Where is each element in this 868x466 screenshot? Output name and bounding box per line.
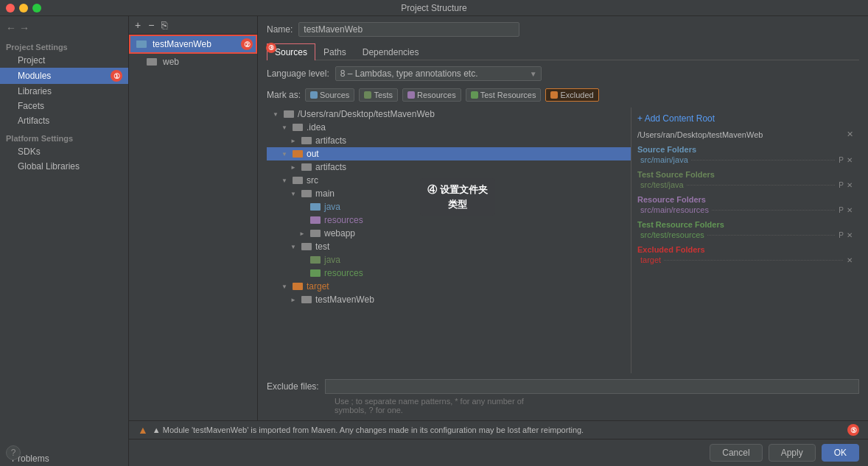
tree-node-webapp[interactable]: ► webapp bbox=[267, 227, 631, 240]
tab-paths[interactable]: Paths bbox=[315, 43, 354, 60]
tab-dependencies[interactable]: Dependencies bbox=[354, 43, 427, 60]
tree-node-resources[interactable]: resources bbox=[267, 213, 631, 227]
right-info-panel: + Add Content Root /Users/ran/Desktop/te… bbox=[631, 107, 859, 373]
maximize-button[interactable] bbox=[32, 4, 41, 13]
tree-toggle-idea[interactable]: ▼ bbox=[280, 124, 289, 131]
tree-node-out[interactable]: ▼ out bbox=[267, 147, 631, 160]
module-folder-icon bbox=[136, 40, 147, 48]
tree-node-root[interactable]: ▼ /Users/ran/Desktop/testMavenWeb bbox=[267, 107, 631, 121]
copy-module-button[interactable]: ⎘ bbox=[160, 19, 169, 31]
tree-toggle-target-testmavenweb[interactable]: ► bbox=[289, 297, 298, 303]
tree-toggle-target[interactable]: ▼ bbox=[280, 283, 289, 290]
warning-bar: ▲ ▲ Module 'testMavenWeb' is imported fr… bbox=[129, 420, 868, 439]
source-folder-remove-button[interactable]: ✕ bbox=[846, 156, 853, 164]
tree-folder-root-icon bbox=[284, 110, 294, 118]
apply-button[interactable]: Apply bbox=[769, 444, 816, 462]
tree-node-out-artifacts[interactable]: ► artifacts bbox=[267, 160, 631, 174]
mark-excluded-button[interactable]: Excluded bbox=[545, 88, 598, 102]
sidebar-item-sdks[interactable]: SDKs bbox=[0, 144, 128, 159]
tree-toggle-out-artifacts[interactable]: ► bbox=[289, 164, 298, 171]
test-resource-folder-remove-button[interactable]: ✕ bbox=[846, 231, 853, 239]
tree-toggle-test[interactable]: ▼ bbox=[289, 244, 298, 250]
tree-node-artifacts[interactable]: ► artifacts bbox=[267, 134, 631, 147]
test-resource-folder-actions: P ✕ bbox=[838, 231, 853, 239]
exclude-files-row: Exclude files: bbox=[267, 379, 859, 394]
name-input[interactable] bbox=[298, 22, 519, 37]
add-content-root-button[interactable]: + Add Content Root bbox=[637, 113, 853, 124]
tree-folder-test-icon bbox=[301, 243, 312, 250]
sidebar-item-global-libraries[interactable]: Global Libraries bbox=[0, 159, 128, 174]
sidebar-item-project[interactable]: Project bbox=[0, 53, 128, 68]
tree-node-target[interactable]: ▼ target bbox=[267, 280, 631, 293]
test-resource-folders-section: Test Resource Folders src/test/resources… bbox=[637, 220, 853, 239]
mark-test-resources-button[interactable]: Test Resources bbox=[466, 88, 542, 102]
test-source-folder-edit-button[interactable]: P bbox=[838, 181, 844, 189]
remove-module-button[interactable]: − bbox=[147, 19, 155, 31]
excluded-dot-icon bbox=[550, 91, 558, 99]
source-folders-section: Source Folders src/main/java P ✕ bbox=[637, 145, 853, 164]
source-folder-edit-button[interactable]: P bbox=[838, 156, 844, 164]
tests-dot-icon bbox=[364, 91, 371, 99]
resource-folder-edit-button[interactable]: P bbox=[838, 206, 844, 214]
tree-toggle-artifacts[interactable]: ► bbox=[289, 138, 298, 144]
project-settings-label: Project Settings bbox=[0, 37, 128, 53]
tabs-row: Sources ③ Paths Dependencies bbox=[267, 43, 859, 60]
name-label: Name: bbox=[267, 24, 293, 35]
sidebar-item-artifacts[interactable]: Artifacts bbox=[0, 113, 128, 128]
mark-tests-button[interactable]: Tests bbox=[359, 88, 398, 102]
back-button[interactable]: ← bbox=[6, 22, 16, 34]
tree-folder-main-icon bbox=[301, 190, 312, 197]
tree-node-main[interactable]: ▼ main bbox=[267, 187, 631, 200]
test-resources-dot-icon bbox=[471, 91, 478, 99]
forward-button[interactable]: → bbox=[19, 22, 29, 34]
tree-folder-target-testmavenweb-icon bbox=[301, 296, 312, 303]
tree-node-idea[interactable]: ▼ .idea bbox=[267, 121, 631, 134]
module-detail: + − ⎘ testMavenWeb ② web bbox=[129, 16, 868, 420]
cancel-button[interactable]: Cancel bbox=[710, 444, 762, 462]
language-level-wrapper: 8 – Lambdas, type annotations etc. ▼ bbox=[335, 66, 542, 81]
content-root-close-button[interactable]: ✕ bbox=[847, 130, 853, 139]
mark-resources-button[interactable]: Resources bbox=[402, 88, 461, 102]
resource-folder-entry-0: src/main/resources P ✕ bbox=[637, 205, 853, 214]
tree-toggle-root[interactable]: ▼ bbox=[271, 111, 280, 118]
ok-button[interactable]: OK bbox=[822, 444, 859, 462]
tree-node-target-testmavenweb[interactable]: ► testMavenWeb bbox=[267, 293, 631, 306]
tree-folder-out-artifacts-icon bbox=[301, 163, 312, 171]
excluded-folder-remove-button[interactable]: ✕ bbox=[846, 256, 853, 264]
language-level-label: Language level: bbox=[267, 68, 329, 79]
exclude-files-input[interactable] bbox=[325, 379, 859, 394]
excluded-folder-actions: ✕ bbox=[846, 256, 853, 264]
tree-toggle-src[interactable]: ▼ bbox=[280, 177, 289, 184]
add-module-button[interactable]: + bbox=[133, 19, 142, 31]
module-item-testmavenweb[interactable]: testMavenWeb ② bbox=[129, 35, 257, 54]
tree-node-test[interactable]: ▼ test bbox=[267, 240, 631, 253]
resources-dot-icon bbox=[407, 91, 415, 99]
module-list: + − ⎘ testMavenWeb ② web bbox=[129, 16, 258, 420]
resource-folder-remove-button[interactable]: ✕ bbox=[846, 206, 853, 214]
tree-folder-idea-icon bbox=[293, 124, 303, 131]
tree-node-java[interactable]: java bbox=[267, 200, 631, 213]
tree-toggle-main[interactable]: ▼ bbox=[289, 191, 298, 197]
tree-toggle-webapp[interactable]: ► bbox=[298, 230, 307, 237]
sidebar-item-facets[interactable]: Facets bbox=[0, 99, 128, 113]
test-resource-folders-title: Test Resource Folders bbox=[637, 220, 853, 229]
minimize-button[interactable] bbox=[19, 4, 28, 13]
tree-toggle-out[interactable]: ▼ bbox=[280, 151, 289, 158]
module-item-web[interactable]: web bbox=[129, 54, 257, 70]
close-button[interactable] bbox=[6, 4, 15, 13]
language-level-select[interactable]: 8 – Lambdas, type annotations etc. bbox=[335, 66, 542, 81]
source-folder-actions: P ✕ bbox=[838, 156, 853, 164]
sidebar-item-libraries[interactable]: Libraries bbox=[0, 84, 128, 99]
test-source-folder-remove-button[interactable]: ✕ bbox=[846, 181, 853, 189]
tree-folder-out-icon bbox=[293, 150, 303, 158]
tree-node-test-resources[interactable]: resources bbox=[267, 266, 631, 280]
tab-sources[interactable]: Sources ③ bbox=[267, 43, 315, 60]
badge-1: ① bbox=[111, 70, 122, 82]
test-resource-folder-edit-button[interactable]: P bbox=[838, 231, 844, 239]
tree-node-src[interactable]: ▼ src bbox=[267, 174, 631, 187]
tree-node-test-java[interactable]: java bbox=[267, 253, 631, 266]
sidebar-item-modules[interactable]: Modules ① bbox=[0, 68, 128, 84]
excluded-folders-section: Excluded Folders target ✕ bbox=[637, 245, 853, 264]
mark-sources-button[interactable]: Sources bbox=[305, 88, 354, 102]
help-button[interactable]: ? bbox=[6, 445, 21, 460]
